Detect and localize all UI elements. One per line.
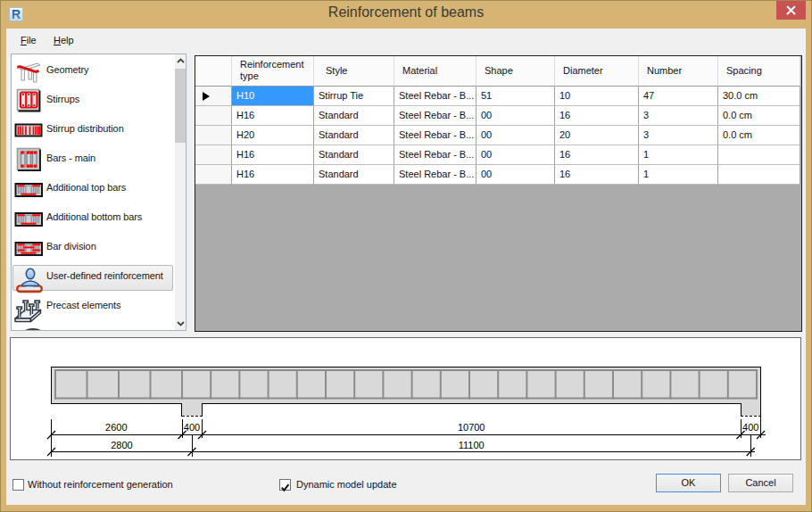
svg-text:2800: 2800 (111, 440, 132, 450)
svg-text:400: 400 (184, 422, 200, 433)
svg-text:11100: 11100 (459, 440, 485, 450)
svg-text:2600: 2600 (105, 422, 127, 433)
svg-text:400: 400 (742, 422, 758, 433)
svg-text:10700: 10700 (458, 422, 485, 433)
